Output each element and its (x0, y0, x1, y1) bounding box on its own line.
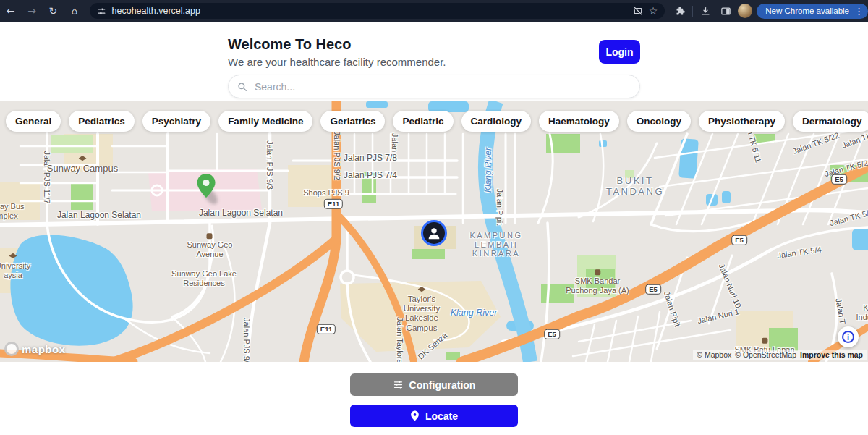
map-canvas[interactable]: Jalan PJS 11/7Sunway CampusSunway BusCom… (0, 101, 868, 362)
route-shield-e5: E5 (831, 174, 847, 185)
education-poi-icon (9, 253, 17, 260)
extensions-icon[interactable] (672, 3, 688, 19)
map-label: Klang River (451, 308, 498, 318)
login-button[interactable]: Login (599, 40, 640, 64)
kebab-menu-icon[interactable]: ⋮ (854, 6, 864, 17)
map-attribution: © Mapbox © OpenStreetMap Improve this ma… (693, 350, 867, 360)
page-header: Welcome To Heco We are your healthcare f… (228, 22, 640, 101)
map-label: Jalan TK 5/22 (791, 130, 841, 156)
url-bar[interactable]: hecohealth.vercel.app ☆ (90, 3, 665, 19)
school-poi-icon (595, 269, 600, 275)
facility-pin-marker[interactable] (197, 174, 216, 201)
mapbox-logo-icon (4, 342, 19, 356)
map-label: Sunway BusComplex (0, 202, 25, 220)
filter-chip-dermatology[interactable]: Dermatology (793, 111, 868, 132)
configuration-button[interactable]: Configuration (350, 373, 518, 396)
map-label: Jalan PJS 9/2 (333, 131, 342, 180)
reload-button[interactable]: ↻ (43, 5, 64, 17)
mapbox-logo[interactable]: mapbox (4, 342, 66, 356)
map-label: Sunway GeoAvenue (187, 233, 233, 258)
map-label: Jalan PJS 7/4 (344, 171, 397, 181)
map-label: Jalan Nuri 10 (717, 263, 743, 310)
map-label: Jalan Pipit (662, 290, 682, 328)
blocked-feature-icon[interactable] (633, 6, 643, 16)
filter-chip-family-medicine[interactable]: Family Medicine (218, 111, 312, 132)
filter-chip-row: GeneralPediatricsPsychiatryFamily Medici… (6, 111, 868, 132)
map-label: Jalan TK 5/4 (777, 245, 822, 260)
forward-button[interactable]: → (21, 5, 42, 17)
map-label: Jalan Nuri 1 (697, 307, 740, 326)
attribution-osm-link[interactable]: © OpenStreetMap (735, 350, 796, 359)
bottom-actions: Configuration Locate (0, 362, 868, 427)
map-label: SMK BandarPuchong Jaya (A) (566, 269, 629, 295)
update-chrome-label: New Chrome available (765, 7, 849, 15)
map-label: Taylor'sUniversityLakesideCampus (404, 287, 440, 333)
sliders-icon (393, 379, 404, 390)
attribution-mapbox-link[interactable]: © Mapbox (697, 350, 731, 359)
map-label: Sunway Campus (47, 156, 118, 174)
map-label: Sunway Geo LakeResidences (171, 269, 237, 287)
search-input[interactable] (253, 80, 631, 93)
user-location-marker[interactable] (421, 220, 447, 246)
locate-label: Locate (425, 410, 458, 422)
route-shield-e11: E11 (324, 199, 343, 209)
route-shield-e5: E5 (731, 235, 747, 245)
map-label: Shops PJS 9 (303, 188, 349, 198)
toolbar-right-cluster: New Chrome available ⋮ (672, 3, 868, 19)
map-label: Jalan TK 5/32 (829, 206, 868, 228)
bookmark-star-icon[interactable]: ☆ (649, 5, 658, 17)
map-label: Jalan Lagoon Selatan (57, 211, 141, 221)
home-button[interactable]: ⌂ (64, 5, 85, 17)
configuration-label: Configuration (409, 379, 476, 391)
shop-poi-icon (207, 233, 213, 239)
profile-avatar[interactable] (738, 4, 752, 18)
site-info-icon[interactable] (97, 7, 106, 16)
url-text: hecohealth.vercel.app (112, 6, 627, 16)
map-label: KIndus (856, 303, 868, 321)
route-shield-e11: E11 (317, 324, 336, 334)
map-label: Jalan PJS 9/ (242, 318, 252, 362)
route-shield-e5: E5 (645, 284, 661, 295)
map-label: Jalan Lagoon Selatan (199, 208, 283, 219)
page-title: Welcome To Heco (228, 22, 640, 53)
page-subtitle: We are your healthcare facility recommen… (228, 56, 640, 68)
map-label: KAMPUNGLEMBAHKINRARA (469, 231, 522, 258)
map-label: Universityaysia (0, 253, 30, 279)
toolbar-divider (692, 6, 693, 17)
filter-chip-pediatrics[interactable]: Pediatrics (69, 111, 135, 132)
search-bar[interactable] (228, 75, 640, 98)
locate-button[interactable]: Locate (350, 405, 518, 427)
download-icon[interactable] (697, 3, 713, 19)
mapbox-logo-text: mapbox (22, 343, 66, 355)
route-shield-e5: E5 (544, 329, 560, 339)
map-label: DK Senza (416, 331, 448, 362)
filter-chip-geriatrics[interactable]: Geriatrics (320, 111, 385, 132)
education-poi-icon (79, 156, 87, 162)
info-button[interactable]: i (838, 326, 859, 347)
map-label: Jalan PJS 7/8 (344, 153, 397, 164)
filter-chip-cardiology[interactable]: Cardiology (461, 111, 532, 132)
map-label: BUKITTANDANG (606, 176, 664, 198)
filter-chip-pediatric[interactable]: Pediatric (393, 111, 453, 132)
filter-chip-psychiatry[interactable]: Psychiatry (142, 111, 210, 132)
sidebar-toggle-icon[interactable] (718, 3, 733, 19)
map-label: Jalan T (834, 297, 848, 325)
browser-toolbar: ← → ↻ ⌂ hecohealth.vercel.app ☆ New Chro… (0, 0, 868, 22)
filter-chip-general[interactable]: General (6, 111, 61, 132)
filter-chip-oncology[interactable]: Oncology (627, 111, 691, 132)
search-icon (237, 82, 247, 92)
education-poi-icon (417, 287, 425, 293)
map-label: Jalan PJS 9/3 (265, 140, 275, 190)
school-poi-icon (762, 338, 767, 344)
location-pin-icon (410, 410, 420, 421)
user-icon (426, 225, 442, 241)
map-label: Jalan (391, 133, 400, 152)
map-label: Jalan Pipit (495, 189, 505, 226)
back-button[interactable]: ← (0, 5, 21, 17)
info-icon: i (842, 331, 854, 343)
filter-chip-physiotherapy[interactable]: Physiotherapy (699, 111, 785, 132)
filter-chip-haematology[interactable]: Haematology (539, 111, 619, 132)
improve-map-link[interactable]: Improve this map (800, 350, 863, 359)
update-chrome-button[interactable]: New Chrome available ⋮ (757, 4, 868, 19)
map-label: Klang River (484, 148, 494, 193)
